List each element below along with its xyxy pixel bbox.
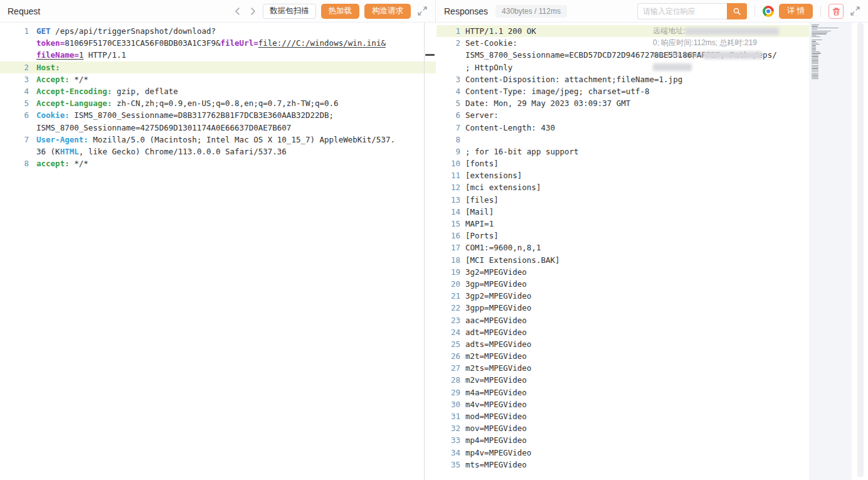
code-line: 17COM1:=9600,n,8,1: [437, 242, 809, 253]
code-line: 4Accept-Encoding: gzip, deflate: [0, 85, 436, 97]
code-line: 36 (KHTML, like Gecko) Chrome/113.0.0.0 …: [0, 146, 436, 157]
code-line: 5Date: Mon, 29 May 2023 03:09:37 GMT: [437, 97, 809, 109]
code-line: 8accept: */*: [0, 157, 436, 169]
code-line: 2Host:: [0, 61, 436, 73]
expand-arrows-icon: [850, 6, 860, 16]
search-match-marker: [425, 54, 435, 56]
code-line: 16[Ports]: [437, 230, 809, 242]
code-line: 3Accept: */*: [0, 73, 436, 85]
chevron-left-icon: [233, 6, 243, 16]
clear-response-button[interactable]: [828, 4, 844, 19]
code-line: 193g2=MPEGVideo: [437, 266, 809, 278]
request-panel-title: Request: [8, 6, 40, 16]
construct-request-button[interactable]: 构造请求: [364, 4, 411, 19]
code-line: 2Set-Cookie:: [437, 37, 809, 49]
response-search: [637, 3, 747, 19]
expand-arrows-icon: [417, 6, 428, 16]
code-line: 3Content-Disposition: attachment;fileNam…: [437, 73, 809, 85]
code-line: ISMS_8700_Sessionname=ECBD57DCD72D946727…: [437, 49, 809, 61]
code-line: 10[fonts]: [437, 157, 809, 169]
code-line: 30m4v=MPEGVideo: [437, 398, 809, 410]
code-line: 7Content-Length: 430: [437, 122, 809, 134]
response-scrollbar[interactable]: [857, 23, 864, 477]
chevron-right-icon: [248, 6, 258, 16]
request-panel: Request 数据包扫描 热加载 构造请求 1GET /eps/api/tri…: [0, 0, 436, 480]
code-line: 28m2v=MPEGVideo: [437, 374, 809, 386]
magnifier-icon: [733, 7, 741, 16]
code-line: ISMS_8700_Sessionname=4275D69D1301174A0E…: [0, 122, 436, 134]
code-line: 6Cookie: ISMS_8700_Sessionname=D8B317762…: [0, 109, 436, 121]
code-line: 1GET /eps/api/triggerSnapshot/download?: [0, 25, 436, 37]
code-line: 35mts=MPEGVideo: [437, 459, 809, 471]
divider: [820, 6, 821, 17]
hot-reload-button[interactable]: 热加载: [321, 4, 360, 19]
code-line: 1HTTP/1.1 200 OK: [437, 25, 809, 37]
response-panel-title: Responses: [444, 6, 488, 16]
trash-icon: [832, 7, 840, 16]
request-editor-annotation-strip: [424, 23, 425, 480]
code-line: 25adts=MPEGVideo: [437, 338, 809, 350]
open-in-browser-button[interactable]: [763, 6, 774, 17]
code-line: ; HttpOnly: [437, 61, 809, 73]
chrome-icon: [763, 6, 774, 17]
code-line: 29m4a=MPEGVideo: [437, 387, 809, 398]
code-line: 203gp=MPEGVideo: [437, 278, 809, 290]
request-editor[interactable]: 1GET /eps/api/triggerSnapshot/download?t…: [0, 23, 436, 480]
code-line: 32mov=MPEGVideo: [437, 422, 809, 434]
code-line: 26m2t=MPEGVideo: [437, 350, 809, 362]
response-panel: Responses 430bytes / 112ms 详情: [437, 0, 868, 480]
code-line: 18[MCI Extensions.BAK]: [437, 254, 809, 266]
code-line: 15MAPI=1: [437, 218, 809, 230]
code-line: 23aac=MPEGVideo: [437, 314, 809, 326]
code-line: 7User-Agent: Mozilla/5.0 (Macintosh; Int…: [0, 134, 436, 146]
code-line: 8: [437, 134, 809, 146]
code-line: 31mod=MPEGVideo: [437, 410, 809, 422]
response-fullscreen-button[interactable]: [849, 6, 860, 16]
prev-packet-button[interactable]: [233, 6, 243, 16]
response-stats-badge: 430bytes / 112ms: [495, 5, 567, 18]
code-line: 11[extensions]: [437, 169, 809, 181]
code-line: 223gpp=MPEGVideo: [437, 302, 809, 314]
response-editor[interactable]: 1HTTP/1.1 200 OK2Set-Cookie: ISMS_8700_S…: [437, 23, 809, 480]
code-line: 14[Mail]: [437, 206, 809, 218]
detail-button[interactable]: 详情: [779, 4, 813, 19]
minimap-lines: [809, 23, 852, 79]
response-minimap[interactable]: [809, 23, 852, 480]
code-line: 12[mci extensions]: [437, 181, 809, 193]
code-line: 34mp4v=MPEGVideo: [437, 447, 809, 459]
request-fullscreen-button[interactable]: [416, 6, 428, 16]
code-line: 4Content-Type: image/jpeg; charset=utf-8: [437, 85, 809, 97]
response-header: Responses 430bytes / 112ms 详情: [437, 0, 868, 23]
packet-scan-button[interactable]: 数据包扫描: [263, 4, 316, 19]
code-line: token=81069F5170CE331CA56F0BDB03A1C3F9&f…: [0, 37, 436, 49]
code-line: 9; for 16-bit app support: [437, 146, 809, 157]
divider: [754, 6, 755, 17]
response-search-button[interactable]: [727, 3, 747, 19]
code-line: 27m2ts=MPEGVideo: [437, 362, 809, 374]
code-line: 5Accept-Language: zh-CN,zh;q=0.9,en-US;q…: [0, 97, 436, 109]
code-line: 213gp2=MPEGVideo: [437, 290, 809, 302]
code-line: 24adt=MPEGVideo: [437, 326, 809, 338]
code-line: 6Server:: [437, 109, 809, 121]
next-packet-button[interactable]: [248, 6, 258, 16]
code-line: 13[files]: [437, 194, 809, 206]
code-line: fileName=1 HTTP/1.1: [0, 49, 436, 61]
request-header: Request 数据包扫描 热加载 构造请求: [0, 0, 435, 23]
code-line: 33mp4=MPEGVideo: [437, 434, 809, 446]
response-search-input[interactable]: [637, 3, 727, 19]
